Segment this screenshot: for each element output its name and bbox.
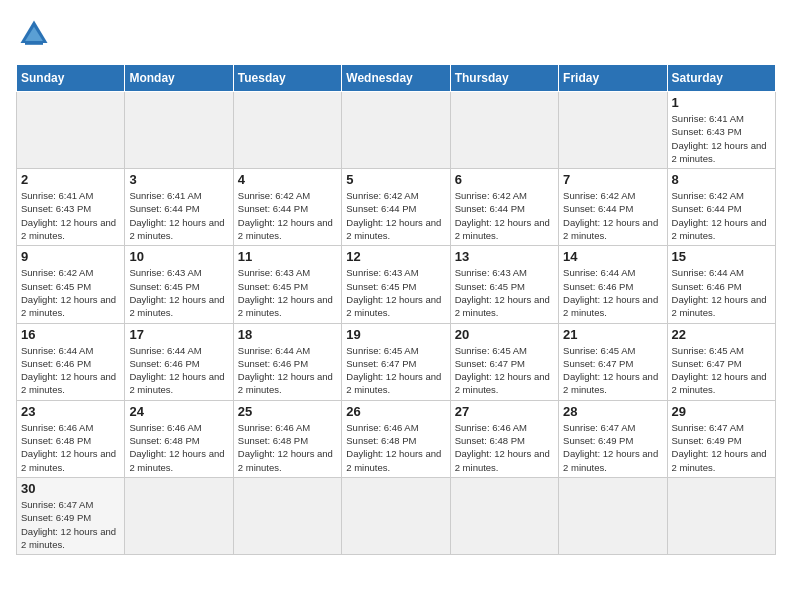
- day-number: 11: [238, 249, 337, 264]
- calendar-day-cell: 25Sunrise: 6:46 AM Sunset: 6:48 PM Dayli…: [233, 400, 341, 477]
- calendar-day-cell: [233, 92, 341, 169]
- day-info: Sunrise: 6:45 AM Sunset: 6:47 PM Dayligh…: [455, 344, 554, 397]
- day-of-week-header: Thursday: [450, 65, 558, 92]
- day-number: 6: [455, 172, 554, 187]
- calendar-week-row: 23Sunrise: 6:46 AM Sunset: 6:48 PM Dayli…: [17, 400, 776, 477]
- calendar-day-cell: 11Sunrise: 6:43 AM Sunset: 6:45 PM Dayli…: [233, 246, 341, 323]
- calendar-day-cell: [559, 92, 667, 169]
- calendar-day-cell: 9Sunrise: 6:42 AM Sunset: 6:45 PM Daylig…: [17, 246, 125, 323]
- day-header-row: SundayMondayTuesdayWednesdayThursdayFrid…: [17, 65, 776, 92]
- day-number: 24: [129, 404, 228, 419]
- day-of-week-header: Tuesday: [233, 65, 341, 92]
- day-info: Sunrise: 6:42 AM Sunset: 6:44 PM Dayligh…: [346, 189, 445, 242]
- day-number: 4: [238, 172, 337, 187]
- logo: [16, 16, 56, 52]
- day-of-week-header: Monday: [125, 65, 233, 92]
- calendar-day-cell: 2Sunrise: 6:41 AM Sunset: 6:43 PM Daylig…: [17, 169, 125, 246]
- calendar-header: SundayMondayTuesdayWednesdayThursdayFrid…: [17, 65, 776, 92]
- calendar-day-cell: 12Sunrise: 6:43 AM Sunset: 6:45 PM Dayli…: [342, 246, 450, 323]
- day-number: 5: [346, 172, 445, 187]
- day-number: 22: [672, 327, 771, 342]
- calendar-day-cell: [17, 92, 125, 169]
- day-info: Sunrise: 6:44 AM Sunset: 6:46 PM Dayligh…: [563, 266, 662, 319]
- calendar-week-row: 2Sunrise: 6:41 AM Sunset: 6:43 PM Daylig…: [17, 169, 776, 246]
- page-container: SundayMondayTuesdayWednesdayThursdayFrid…: [16, 16, 776, 555]
- calendar-day-cell: 5Sunrise: 6:42 AM Sunset: 6:44 PM Daylig…: [342, 169, 450, 246]
- day-info: Sunrise: 6:46 AM Sunset: 6:48 PM Dayligh…: [21, 421, 120, 474]
- day-number: 15: [672, 249, 771, 264]
- calendar-day-cell: 23Sunrise: 6:46 AM Sunset: 6:48 PM Dayli…: [17, 400, 125, 477]
- day-info: Sunrise: 6:44 AM Sunset: 6:46 PM Dayligh…: [129, 344, 228, 397]
- calendar-day-cell: 14Sunrise: 6:44 AM Sunset: 6:46 PM Dayli…: [559, 246, 667, 323]
- day-number: 7: [563, 172, 662, 187]
- day-number: 20: [455, 327, 554, 342]
- day-of-week-header: Friday: [559, 65, 667, 92]
- day-of-week-header: Saturday: [667, 65, 775, 92]
- day-number: 8: [672, 172, 771, 187]
- calendar-day-cell: [125, 92, 233, 169]
- calendar-day-cell: 17Sunrise: 6:44 AM Sunset: 6:46 PM Dayli…: [125, 323, 233, 400]
- day-info: Sunrise: 6:43 AM Sunset: 6:45 PM Dayligh…: [129, 266, 228, 319]
- day-number: 21: [563, 327, 662, 342]
- calendar-day-cell: 7Sunrise: 6:42 AM Sunset: 6:44 PM Daylig…: [559, 169, 667, 246]
- calendar-day-cell: 10Sunrise: 6:43 AM Sunset: 6:45 PM Dayli…: [125, 246, 233, 323]
- calendar-day-cell: [450, 92, 558, 169]
- day-info: Sunrise: 6:45 AM Sunset: 6:47 PM Dayligh…: [563, 344, 662, 397]
- calendar-day-cell: [667, 477, 775, 554]
- day-info: Sunrise: 6:41 AM Sunset: 6:43 PM Dayligh…: [21, 189, 120, 242]
- calendar-day-cell: [559, 477, 667, 554]
- calendar-day-cell: 15Sunrise: 6:44 AM Sunset: 6:46 PM Dayli…: [667, 246, 775, 323]
- calendar-week-row: 30Sunrise: 6:47 AM Sunset: 6:49 PM Dayli…: [17, 477, 776, 554]
- calendar-day-cell: 29Sunrise: 6:47 AM Sunset: 6:49 PM Dayli…: [667, 400, 775, 477]
- calendar-week-row: 1Sunrise: 6:41 AM Sunset: 6:43 PM Daylig…: [17, 92, 776, 169]
- day-number: 16: [21, 327, 120, 342]
- day-info: Sunrise: 6:45 AM Sunset: 6:47 PM Dayligh…: [346, 344, 445, 397]
- day-number: 25: [238, 404, 337, 419]
- calendar-day-cell: 16Sunrise: 6:44 AM Sunset: 6:46 PM Dayli…: [17, 323, 125, 400]
- day-number: 3: [129, 172, 228, 187]
- calendar-body: 1Sunrise: 6:41 AM Sunset: 6:43 PM Daylig…: [17, 92, 776, 555]
- day-of-week-header: Sunday: [17, 65, 125, 92]
- calendar-day-cell: 30Sunrise: 6:47 AM Sunset: 6:49 PM Dayli…: [17, 477, 125, 554]
- calendar-day-cell: 8Sunrise: 6:42 AM Sunset: 6:44 PM Daylig…: [667, 169, 775, 246]
- day-info: Sunrise: 6:45 AM Sunset: 6:47 PM Dayligh…: [672, 344, 771, 397]
- day-info: Sunrise: 6:44 AM Sunset: 6:46 PM Dayligh…: [672, 266, 771, 319]
- calendar-week-row: 9Sunrise: 6:42 AM Sunset: 6:45 PM Daylig…: [17, 246, 776, 323]
- day-number: 29: [672, 404, 771, 419]
- day-info: Sunrise: 6:46 AM Sunset: 6:48 PM Dayligh…: [455, 421, 554, 474]
- logo-icon: [16, 16, 52, 52]
- calendar-day-cell: 26Sunrise: 6:46 AM Sunset: 6:48 PM Dayli…: [342, 400, 450, 477]
- calendar-day-cell: [342, 477, 450, 554]
- calendar-day-cell: 1Sunrise: 6:41 AM Sunset: 6:43 PM Daylig…: [667, 92, 775, 169]
- day-info: Sunrise: 6:44 AM Sunset: 6:46 PM Dayligh…: [238, 344, 337, 397]
- day-number: 28: [563, 404, 662, 419]
- day-number: 30: [21, 481, 120, 496]
- day-number: 23: [21, 404, 120, 419]
- day-number: 27: [455, 404, 554, 419]
- day-number: 13: [455, 249, 554, 264]
- svg-rect-2: [25, 41, 43, 45]
- day-of-week-header: Wednesday: [342, 65, 450, 92]
- day-info: Sunrise: 6:42 AM Sunset: 6:44 PM Dayligh…: [563, 189, 662, 242]
- calendar-day-cell: 21Sunrise: 6:45 AM Sunset: 6:47 PM Dayli…: [559, 323, 667, 400]
- day-info: Sunrise: 6:46 AM Sunset: 6:48 PM Dayligh…: [238, 421, 337, 474]
- calendar-week-row: 16Sunrise: 6:44 AM Sunset: 6:46 PM Dayli…: [17, 323, 776, 400]
- calendar-day-cell: 19Sunrise: 6:45 AM Sunset: 6:47 PM Dayli…: [342, 323, 450, 400]
- calendar-day-cell: 28Sunrise: 6:47 AM Sunset: 6:49 PM Dayli…: [559, 400, 667, 477]
- day-info: Sunrise: 6:41 AM Sunset: 6:44 PM Dayligh…: [129, 189, 228, 242]
- day-number: 14: [563, 249, 662, 264]
- day-number: 12: [346, 249, 445, 264]
- calendar-day-cell: 20Sunrise: 6:45 AM Sunset: 6:47 PM Dayli…: [450, 323, 558, 400]
- calendar-table: SundayMondayTuesdayWednesdayThursdayFrid…: [16, 64, 776, 555]
- calendar-day-cell: [125, 477, 233, 554]
- day-number: 1: [672, 95, 771, 110]
- day-info: Sunrise: 6:43 AM Sunset: 6:45 PM Dayligh…: [346, 266, 445, 319]
- day-info: Sunrise: 6:41 AM Sunset: 6:43 PM Dayligh…: [672, 112, 771, 165]
- day-info: Sunrise: 6:43 AM Sunset: 6:45 PM Dayligh…: [455, 266, 554, 319]
- day-info: Sunrise: 6:46 AM Sunset: 6:48 PM Dayligh…: [346, 421, 445, 474]
- calendar-day-cell: 18Sunrise: 6:44 AM Sunset: 6:46 PM Dayli…: [233, 323, 341, 400]
- calendar-day-cell: 4Sunrise: 6:42 AM Sunset: 6:44 PM Daylig…: [233, 169, 341, 246]
- calendar-day-cell: 27Sunrise: 6:46 AM Sunset: 6:48 PM Dayli…: [450, 400, 558, 477]
- calendar-day-cell: 22Sunrise: 6:45 AM Sunset: 6:47 PM Dayli…: [667, 323, 775, 400]
- day-info: Sunrise: 6:47 AM Sunset: 6:49 PM Dayligh…: [563, 421, 662, 474]
